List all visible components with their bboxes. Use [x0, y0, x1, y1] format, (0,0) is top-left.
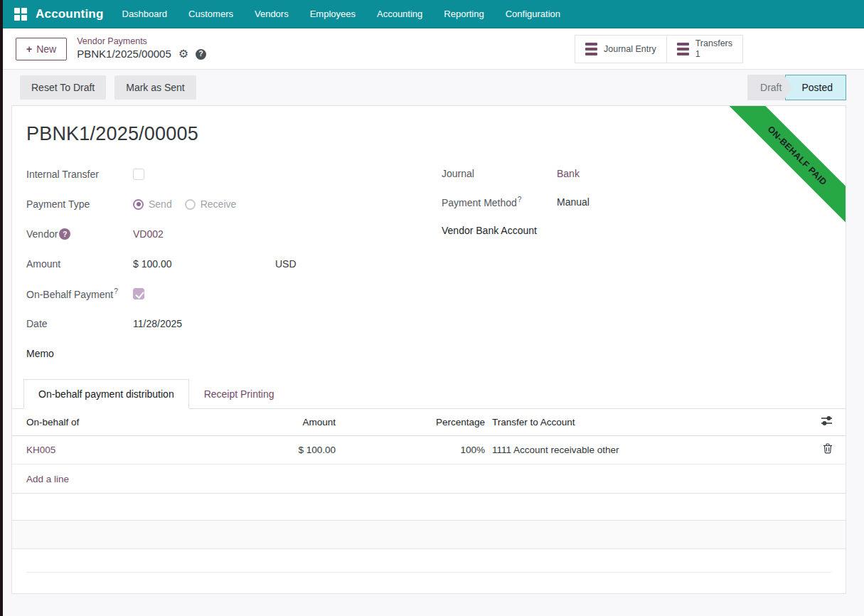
payment-type-label: Payment Type [26, 198, 133, 210]
empty-table-row [12, 549, 846, 589]
menu-item-customers[interactable]: Customers [188, 9, 233, 19]
receive-radio-label: Receive [201, 198, 237, 210]
table-header-row: On-behalf of Amount Percentage Transfer … [12, 409, 846, 436]
add-a-line-link[interactable]: Add a line [12, 474, 69, 484]
on-behalf-payment-checkbox[interactable] [133, 288, 144, 299]
breadcrumb: Vendor Payments PBNK1/2025/00005 ⚙ ? [77, 36, 206, 60]
breadcrumb-parent[interactable]: Vendor Payments [77, 36, 206, 48]
window-edge [0, 0, 3, 616]
amount-label: Amount [26, 258, 133, 270]
add-line-row: Add a line [12, 464, 846, 494]
menu-item-dashboard[interactable]: Dashboard [122, 9, 168, 19]
table-row[interactable]: KH005 $ 100.00 100% 1111 Account receiva… [12, 436, 846, 464]
date-value[interactable]: 11/28/2025 [133, 318, 182, 329]
receive-radio[interactable] [185, 199, 196, 210]
journal-entry-icon [585, 43, 597, 55]
on-behalf-payment-label: On-Behalf Payment? [26, 287, 133, 300]
menu-item-configuration[interactable]: Configuration [506, 9, 560, 19]
transfers-icon [677, 43, 689, 55]
transfers-button[interactable]: Transfers 1 [667, 35, 743, 63]
empty-table-row [12, 521, 846, 549]
vendor-label: Vendor? [26, 228, 133, 240]
cell-on-behalf-of[interactable]: KH005 [12, 445, 268, 455]
apps-grid-icon[interactable] [14, 8, 27, 21]
status-posted[interactable]: Posted [785, 75, 846, 100]
new-button-label: New [36, 43, 56, 55]
payment-type-radio-group: Send Receive [133, 198, 236, 210]
transfers-label: Transfers [695, 38, 732, 49]
top-navbar: Accounting Dashboard Customers Vendors E… [0, 0, 864, 28]
header-on-behalf-of[interactable]: On-behalf of [12, 417, 268, 428]
vendor-value[interactable]: VD002 [133, 228, 164, 240]
journal-label: Journal [442, 168, 557, 179]
header-percentage[interactable]: Percentage [336, 417, 485, 428]
reset-to-draft-button[interactable]: Reset To Draft [20, 75, 106, 100]
vendor-bank-account-label: Vendor Bank Account [442, 225, 557, 236]
status-draft[interactable]: Draft [747, 75, 791, 100]
fields-right-column: Journal Bank Payment Method? Manual Vend… [442, 159, 828, 368]
journal-entry-button[interactable]: Journal Entry [575, 35, 667, 63]
control-panel: + New Vendor Payments PBNK1/2025/00005 ⚙… [0, 28, 864, 70]
cell-percentage[interactable]: 100% [336, 445, 485, 455]
date-label: Date [26, 318, 133, 329]
mark-as-sent-button[interactable]: Mark as Sent [114, 75, 196, 100]
cell-amount[interactable]: $ 100.00 [268, 445, 336, 455]
distribution-table: On-behalf of Amount Percentage Transfer … [12, 409, 846, 589]
status-widget: Draft Posted [747, 75, 846, 100]
send-radio[interactable] [133, 199, 144, 210]
payment-method-label: Payment Method? [442, 196, 557, 208]
tab-receipt-printing[interactable]: Receipt Printing [189, 379, 289, 409]
journal-value[interactable]: Bank [557, 168, 580, 179]
currency-value[interactable]: USD [275, 258, 297, 270]
amount-value[interactable]: $ 100.00 [133, 258, 275, 270]
menu-item-employees[interactable]: Employees [310, 9, 356, 19]
new-button[interactable]: + New [16, 38, 67, 60]
header-transfer-to-account[interactable]: Transfer to Account [485, 417, 811, 428]
help-icon[interactable]: ? [196, 49, 206, 60]
notebook: On-behalf payment distribution Receipt P… [12, 378, 846, 589]
app-name[interactable]: Accounting [36, 7, 104, 21]
menu-item-accounting[interactable]: Accounting [377, 9, 422, 19]
main-menu: Dashboard Customers Vendors Employees Ac… [122, 9, 561, 19]
optional-columns-icon[interactable] [821, 415, 833, 426]
header-amount[interactable]: Amount [268, 417, 336, 428]
transfers-count: 1 [695, 49, 732, 60]
form-statusbar: Reset To Draft Mark as Sent Draft Posted [0, 70, 864, 105]
form-sheet: ON-BEHALF PAID PBNK1/2025/00005 Internal… [11, 105, 846, 594]
fields-left-column: Internal Transfer Payment Type Send Rece… [26, 159, 427, 368]
vendor-help-badge-icon[interactable]: ? [59, 228, 70, 240]
stat-buttons: Journal Entry Transfers 1 [575, 35, 743, 63]
empty-table-row [12, 494, 846, 521]
plus-icon: + [26, 43, 32, 55]
divider [26, 572, 831, 573]
delete-row-icon[interactable] [823, 443, 833, 454]
internal-transfer-checkbox[interactable] [133, 169, 144, 180]
menu-item-reporting[interactable]: Reporting [444, 9, 484, 19]
breadcrumb-current: PBNK1/2025/00005 [77, 48, 171, 61]
page-title: PBNK1/2025/00005 [26, 123, 828, 145]
memo-label: Memo [26, 348, 133, 359]
menu-item-vendors[interactable]: Vendors [255, 9, 289, 19]
tab-bar: On-behalf payment distribution Receipt P… [12, 378, 846, 409]
send-radio-label: Send [149, 198, 172, 210]
cell-transfer-to-account[interactable]: 1111 Account receivable other [485, 445, 811, 455]
tab-on-behalf-distribution[interactable]: On-behalf payment distribution [23, 379, 189, 409]
internal-transfer-label: Internal Transfer [26, 169, 133, 180]
gear-icon[interactable]: ⚙ [178, 48, 188, 60]
journal-entry-label: Journal Entry [604, 44, 656, 54]
payment-method-value[interactable]: Manual [557, 196, 590, 208]
